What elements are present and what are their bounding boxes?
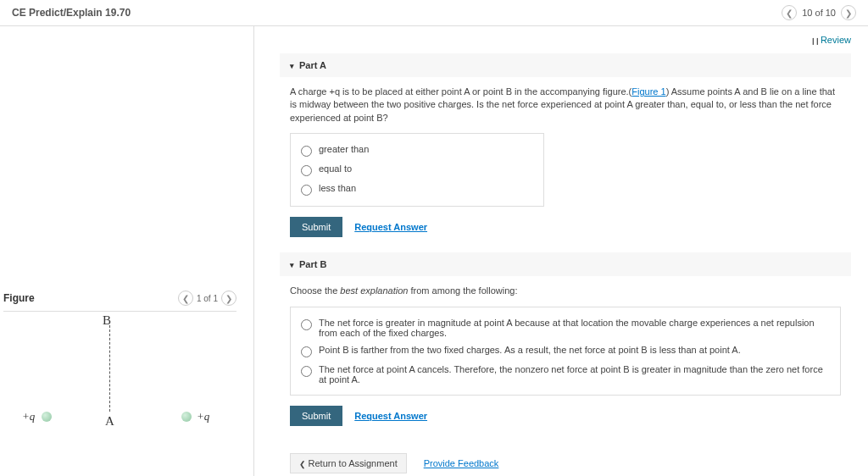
- option-explanation-2[interactable]: Point B is farther from the two fixed ch…: [301, 341, 830, 361]
- return-to-assignment-button[interactable]: Return to Assignment: [290, 453, 407, 473]
- figure-position: 1 of 1: [197, 294, 218, 303]
- radio-explanation-3[interactable]: [301, 366, 312, 377]
- radio-less-than[interactable]: [301, 185, 312, 196]
- figure-prev-button[interactable]: ❮: [178, 291, 193, 306]
- header-bar: CE Predict/Explain 19.70 ❮ 10 of 10 ❯: [0, 0, 868, 26]
- figure-title: Figure: [3, 292, 35, 304]
- provide-feedback-link[interactable]: Provide Feedback: [424, 458, 499, 468]
- part-b-prompt: Choose the best explanation from among t…: [280, 285, 851, 306]
- option-explanation-1[interactable]: The net force is greater in magnitude at…: [301, 314, 830, 341]
- option-equal-to[interactable]: equal to: [301, 160, 533, 180]
- figure-nav: ❮ 1 of 1 ❯: [178, 291, 236, 306]
- figure-charge-right: [181, 412, 192, 422]
- next-question-button[interactable]: ❯: [841, 5, 856, 20]
- radio-explanation-1[interactable]: [301, 319, 312, 330]
- part-a-submit-button[interactable]: Submit: [290, 217, 342, 237]
- figure-dashed-line: [109, 325, 110, 412]
- part-b-header[interactable]: Part B: [280, 252, 851, 276]
- part-b-options: The net force is greater in magnitude at…: [290, 307, 841, 396]
- option-greater-than[interactable]: greater than: [301, 141, 533, 160]
- part-a-request-answer-link[interactable]: Request Answer: [354, 222, 427, 232]
- figure-charge-left: [42, 412, 52, 422]
- prev-question-button[interactable]: ❮: [782, 5, 797, 20]
- figure-charge-label-left: +q: [22, 410, 35, 423]
- figure-panel: Figure ❮ 1 of 1 ❯ B A +q +q: [0, 26, 254, 476]
- figure-label-a: A: [105, 414, 114, 429]
- content-panel: Review Part A A charge +q is to be place…: [254, 26, 868, 476]
- main-layout: Figure ❮ 1 of 1 ❯ B A +q +q Review Part …: [0, 26, 868, 476]
- part-a-header[interactable]: Part A: [280, 53, 851, 77]
- figure-canvas: B A +q +q: [3, 325, 236, 427]
- part-b-submit-button[interactable]: Submit: [290, 406, 342, 426]
- figure-1-link[interactable]: Figure 1: [632, 86, 665, 97]
- page-title: CE Predict/Explain 19.70: [12, 7, 131, 19]
- figure-next-button[interactable]: ❯: [221, 291, 236, 306]
- question-nav: ❮ 10 of 10 ❯: [782, 5, 856, 20]
- option-explanation-3[interactable]: The net force at point A cancels. Theref…: [301, 361, 830, 388]
- part-a-options: greater than equal to less than: [290, 133, 544, 207]
- radio-equal-to[interactable]: [301, 165, 312, 176]
- radio-explanation-2[interactable]: [301, 346, 312, 357]
- option-less-than[interactable]: less than: [301, 180, 533, 199]
- question-position: 10 of 10: [802, 8, 836, 18]
- part-a-question: A charge +q is to be placed at either po…: [280, 86, 851, 133]
- figure-charge-label-right: +q: [197, 410, 209, 423]
- part-b-request-answer-link[interactable]: Request Answer: [354, 411, 427, 421]
- review-link[interactable]: Review: [810, 35, 851, 45]
- radio-greater-than[interactable]: [301, 146, 312, 157]
